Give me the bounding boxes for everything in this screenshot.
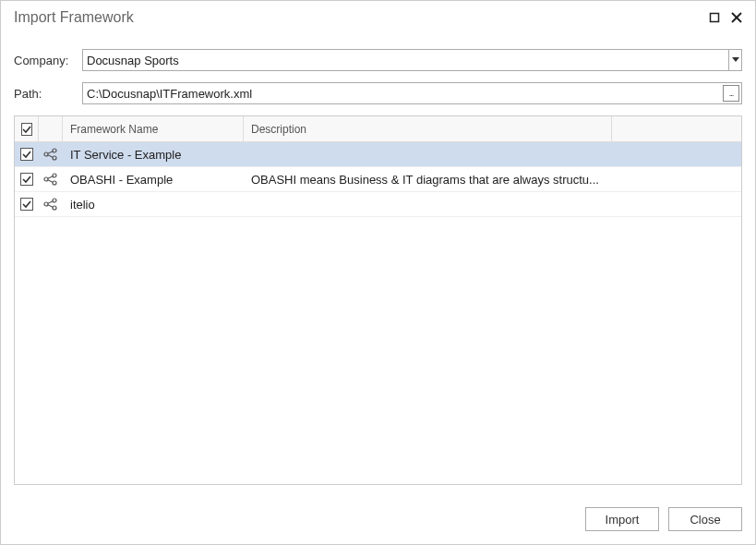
svg-point-14	[53, 199, 56, 202]
row-spacer	[612, 192, 741, 216]
svg-point-13	[44, 202, 48, 206]
path-label: Path:	[14, 87, 82, 101]
row-checkbox[interactable]	[20, 173, 33, 186]
row-name: itelio	[63, 192, 244, 216]
maximize-icon	[709, 12, 720, 23]
check-icon	[22, 125, 31, 134]
company-dropdown-button[interactable]	[728, 50, 741, 70]
close-icon	[731, 12, 742, 23]
table-row[interactable]: itelio	[15, 192, 741, 217]
company-select[interactable]: Docusnap Sports	[82, 49, 742, 71]
row-spacer	[612, 142, 741, 166]
svg-line-17	[48, 205, 53, 207]
svg-point-3	[44, 152, 48, 156]
company-label: Company:	[14, 54, 82, 67]
path-row: Path: C:\Docusnap\ITFramework.xml ...	[14, 82, 742, 104]
svg-line-11	[48, 176, 53, 178]
svg-point-5	[53, 156, 56, 160]
window-title: Import Framework	[14, 9, 702, 26]
row-checkbox-cell	[15, 167, 39, 191]
svg-rect-0	[711, 14, 719, 22]
header-checkbox-cell	[15, 116, 39, 141]
header-description[interactable]: Description	[244, 116, 612, 141]
check-icon	[22, 175, 31, 184]
share-icon	[43, 173, 58, 186]
svg-line-6	[48, 151, 53, 153]
table-row[interactable]: OBASHI - ExampleOBASHI means Business & …	[15, 167, 741, 192]
titlebar: Import Framework	[1, 1, 755, 34]
check-icon	[22, 200, 31, 209]
chevron-down-icon	[732, 57, 739, 63]
row-checkbox-cell	[15, 192, 39, 216]
row-checkbox-cell	[15, 142, 39, 166]
row-name: IT Service - Example	[63, 142, 244, 166]
check-icon	[22, 150, 31, 159]
row-icon-cell	[39, 167, 63, 191]
content-area: Company: Docusnap Sports Path: C:\Docusn…	[1, 34, 755, 494]
path-browse-button[interactable]: ...	[723, 85, 739, 102]
company-value: Docusnap Sports	[87, 54, 728, 67]
svg-point-15	[53, 206, 56, 210]
row-spacer	[612, 167, 741, 191]
header-spacer	[612, 116, 741, 141]
header-name[interactable]: Framework Name	[63, 116, 244, 141]
table-row[interactable]: IT Service - Example	[15, 142, 741, 167]
share-icon	[43, 198, 58, 211]
header-icon-cell	[39, 116, 63, 141]
svg-line-7	[48, 155, 53, 157]
row-checkbox[interactable]	[20, 198, 33, 211]
maximize-button[interactable]	[705, 8, 724, 27]
import-button[interactable]: Import	[585, 507, 659, 531]
select-all-checkbox[interactable]	[21, 123, 32, 136]
svg-line-16	[48, 201, 53, 203]
row-icon-cell	[39, 192, 63, 216]
import-framework-dialog: Import Framework Company: Docusnap Sport…	[0, 0, 756, 545]
svg-point-10	[53, 181, 56, 185]
row-description: OBASHI means Business & IT diagrams that…	[244, 167, 612, 191]
row-description	[244, 192, 612, 216]
svg-point-8	[44, 177, 48, 181]
grid-body: IT Service - ExampleOBASHI - ExampleOBAS…	[15, 142, 741, 484]
footer: Import Close	[1, 494, 755, 544]
row-description	[244, 142, 612, 166]
close-window-button[interactable]	[727, 8, 746, 27]
path-value: C:\Docusnap\ITFramework.xml	[87, 87, 738, 101]
close-button[interactable]: Close	[668, 507, 742, 531]
grid-header: Framework Name Description	[15, 116, 741, 142]
svg-line-12	[48, 180, 53, 182]
row-name: OBASHI - Example	[63, 167, 244, 191]
path-input[interactable]: C:\Docusnap\ITFramework.xml ...	[82, 82, 742, 104]
framework-grid: Framework Name Description IT Service - …	[14, 115, 742, 485]
row-checkbox[interactable]	[20, 148, 33, 161]
row-icon-cell	[39, 142, 63, 166]
svg-point-9	[53, 174, 56, 177]
company-row: Company: Docusnap Sports	[14, 49, 742, 71]
svg-point-4	[53, 149, 56, 152]
share-icon	[43, 148, 58, 161]
